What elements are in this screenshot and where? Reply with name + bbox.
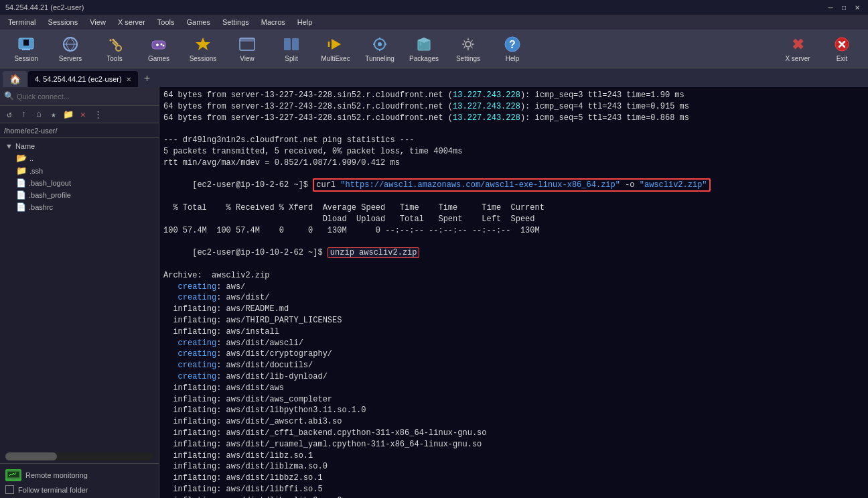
terminal[interactable]: 64 bytes from server-13-227-243-228.sin5… xyxy=(159,87,868,498)
term-line: inflating: aws/dist/libz.so.1 xyxy=(163,450,864,462)
term-line: inflating: aws/dist/aws xyxy=(163,383,864,394)
toolbar-session[interactable]: Session xyxy=(5,32,47,66)
term-line: 64 bytes from server-13-227-243-228.sin5… xyxy=(163,101,864,113)
term-line: 100 57.4M 100 57.4M 0 0 130M 0 --:--:-- … xyxy=(163,225,864,237)
toolbar-tunneling[interactable]: Tunneling xyxy=(359,32,401,66)
menu-sessions[interactable]: Sessions xyxy=(43,17,84,27)
term-line: creating: aws/ xyxy=(163,282,864,293)
games-icon xyxy=(149,35,168,54)
term-line: inflating: aws/dist/_awscrt.abi3.so xyxy=(163,416,864,428)
term-line: inflating: aws/README.md xyxy=(163,304,864,315)
follow-folder-checkbox[interactable] xyxy=(5,485,14,494)
packages-label: Packages xyxy=(409,55,439,62)
session-icon xyxy=(17,35,35,54)
sidebar-dots-icon[interactable]: ⋮ xyxy=(91,108,104,121)
term-line: creating: aws/dist/awscli/ xyxy=(163,338,864,349)
window-controls: ─ □ ✕ xyxy=(825,2,863,13)
tools-label: Tools xyxy=(106,55,122,62)
toolbar-split[interactable]: Split xyxy=(271,32,312,66)
svg-rect-16 xyxy=(284,38,291,50)
svg-text:?: ? xyxy=(509,39,516,50)
xserver-label: X server xyxy=(785,55,810,62)
toolbar-exit[interactable]: Exit xyxy=(821,32,863,66)
sidebar-bookmark-icon[interactable]: ★ xyxy=(47,108,60,121)
help-icon: ? xyxy=(503,35,522,54)
term-line: creating: aws/dist/lib-dynload/ xyxy=(163,371,864,383)
svg-marker-13 xyxy=(196,38,210,50)
svg-point-6 xyxy=(116,46,121,51)
add-tab-button[interactable]: + xyxy=(139,71,155,87)
tab-bar: 🏠 4. 54.254.44.21 (ec2-user) ✕ + xyxy=(0,68,868,87)
remote-monitoring-label: Remote monitoring xyxy=(25,471,88,479)
packages-icon xyxy=(415,35,433,54)
minimize-button[interactable]: ─ xyxy=(825,2,836,13)
tree-header: ▼ Name xyxy=(0,141,159,151)
toolbar-tools[interactable]: Tools xyxy=(94,32,135,66)
toolbar-settings[interactable]: Settings xyxy=(447,32,489,66)
title-text: 54.254.44.21 (ec2-user) xyxy=(5,3,84,11)
menu-xserver[interactable]: X server xyxy=(113,17,151,27)
sidebar-filter-icon[interactable]: ✕ xyxy=(76,108,90,121)
tree-item-bash-profile[interactable]: 📄 .bash_profile xyxy=(0,189,159,201)
chevron-down-icon: ▼ xyxy=(5,142,13,150)
menu-macros[interactable]: Macros xyxy=(256,17,291,27)
file-icon: 📄 xyxy=(16,202,26,212)
view-icon xyxy=(238,35,257,54)
term-line: --- dr49lng3n1n2s.cloudfront.net ping st… xyxy=(163,135,864,146)
path-bar: /home/ec2-user/ xyxy=(0,123,159,138)
toolbar-help[interactable]: ? Help xyxy=(492,32,533,66)
curl-command-line: [ec2-user@ip-10-2-62 ~]$ curl "https://a… xyxy=(163,169,864,202)
sidebar-bottom: Remote monitoring Follow terminal folder xyxy=(0,463,159,498)
follow-folder-label: Follow terminal folder xyxy=(18,486,88,494)
svg-rect-1 xyxy=(22,49,30,50)
svg-text:✖: ✖ xyxy=(792,36,804,53)
toolbar-games[interactable]: Games xyxy=(138,32,179,66)
menu-settings[interactable]: Settings xyxy=(217,17,255,27)
quick-connect-input[interactable] xyxy=(17,92,155,101)
quick-connect-bar: 🔍 xyxy=(0,87,159,106)
maximize-button[interactable]: □ xyxy=(839,2,849,13)
toolbar-servers[interactable]: Servers xyxy=(50,32,91,66)
sessions-icon xyxy=(194,35,212,54)
toolbar-multiexec[interactable]: MultiExec xyxy=(315,32,356,66)
tree-item-label: .ssh xyxy=(29,167,43,175)
session-tab[interactable]: 4. 54.254.44.21 (ec2-user) ✕ xyxy=(28,71,138,87)
menu-games[interactable]: Games xyxy=(182,17,216,27)
folder-icon: 📁 xyxy=(16,166,27,176)
tree-item-dotdot[interactable]: 📂 .. xyxy=(0,151,159,164)
tab-close[interactable]: ✕ xyxy=(126,76,131,83)
sidebar-refresh-icon[interactable]: ↺ xyxy=(3,108,16,121)
tunneling-icon xyxy=(370,35,389,54)
svg-rect-15 xyxy=(240,38,255,42)
menu-terminal[interactable]: Terminal xyxy=(3,17,42,27)
sidebar-up-icon[interactable]: ↑ xyxy=(17,108,31,121)
sidebar: 🔍 ↺ ↑ ⌂ ★ 📁 ✕ ⋮ /home/ec2-user/ ▼ Name 📂… xyxy=(0,87,159,498)
sidebar-toolbar: ↺ ↑ ⌂ ★ 📁 ✕ ⋮ xyxy=(0,106,159,123)
remote-monitoring-item[interactable]: Remote monitoring xyxy=(5,466,153,484)
term-line: 5 packets transmitted, 5 received, 0% pa… xyxy=(163,146,864,158)
multiexec-label: MultiExec xyxy=(321,55,350,62)
toolbar-sessions[interactable]: Sessions xyxy=(182,32,224,66)
svg-point-21 xyxy=(378,42,382,46)
menu-view[interactable]: View xyxy=(84,17,111,27)
tree-item-ssh[interactable]: 📁 .ssh xyxy=(0,164,159,177)
toolbar-xserver[interactable]: ✖ X server xyxy=(777,32,818,66)
file-icon: 📄 xyxy=(16,190,26,200)
close-button[interactable]: ✕ xyxy=(852,2,863,13)
menu-tools[interactable]: Tools xyxy=(152,17,180,27)
toolbar-packages[interactable]: Packages xyxy=(403,32,445,66)
tree-item-bash-logout[interactable]: 📄 .bash_logout xyxy=(0,177,159,189)
sidebar-home-icon[interactable]: ⌂ xyxy=(32,108,46,121)
help-label: Help xyxy=(506,55,520,62)
term-line: rtt min/avg/max/mdev = 0.852/1.087/1.909… xyxy=(163,158,864,169)
menu-help[interactable]: Help xyxy=(292,17,318,27)
sidebar-new-folder-icon[interactable]: 📁 xyxy=(62,108,75,121)
term-line: inflating: aws/dist/libpython3.11.so.1.0 xyxy=(163,405,864,416)
games-label: Games xyxy=(148,55,169,62)
follow-terminal-folder-item[interactable]: Follow terminal folder xyxy=(5,484,153,495)
tree-item-bashrc[interactable]: 📄 .bashrc xyxy=(0,201,159,213)
tree-item-label: .bash_logout xyxy=(29,179,71,187)
home-tab[interactable]: 🏠 xyxy=(3,71,27,87)
tunneling-label: Tunneling xyxy=(365,55,394,62)
toolbar-view[interactable]: View xyxy=(226,32,268,66)
